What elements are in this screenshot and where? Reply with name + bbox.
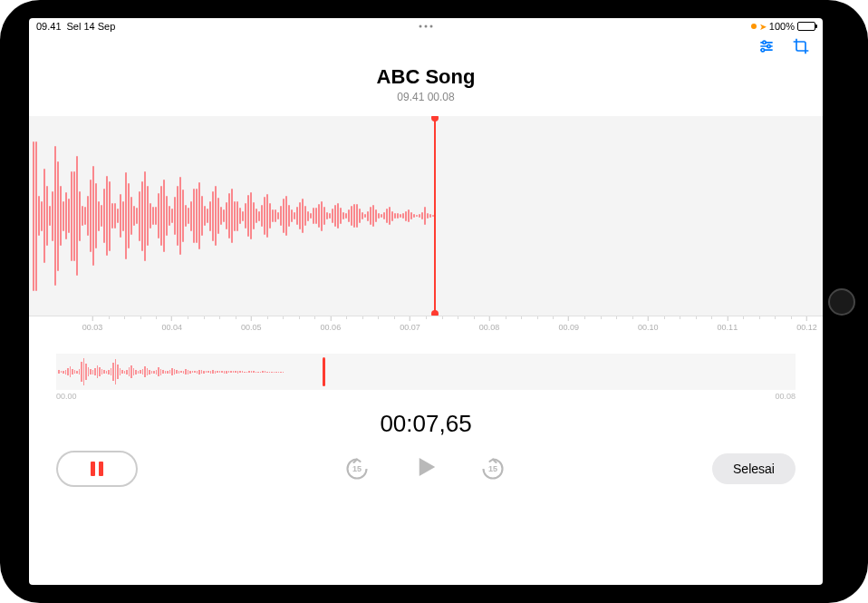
ruler-tick: 00.10 <box>638 316 659 332</box>
ipad-frame: 09.41 Sel 14 Sep ➤ 100% <box>0 0 868 603</box>
pause-button[interactable] <box>56 451 138 487</box>
overview-end-time: 00.08 <box>775 392 796 401</box>
overview-time-labels: 00.00 00.08 <box>56 392 796 401</box>
ruler-tick: 00.06 <box>321 316 342 332</box>
current-timecode: 00:07,65 <box>29 410 823 438</box>
svg-point-5 <box>761 49 764 52</box>
done-button[interactable]: Selesai <box>712 453 796 484</box>
ruler-tick: 00.03 <box>82 316 103 332</box>
svg-point-1 <box>763 41 766 44</box>
waveform-main[interactable] <box>29 116 823 316</box>
pause-icon <box>91 462 103 476</box>
location-icon: ➤ <box>759 22 767 32</box>
ruler-tick: 00.09 <box>558 316 579 332</box>
battery-percent: 100% <box>769 21 795 32</box>
audio-settings-button[interactable] <box>757 37 776 59</box>
play-button[interactable] <box>411 453 439 484</box>
screen: 09.41 Sel 14 Sep ➤ 100% <box>29 18 823 585</box>
waveform-overview[interactable] <box>56 354 796 390</box>
crop-icon <box>792 37 810 59</box>
overview-playhead[interactable] <box>323 357 325 386</box>
recording-title[interactable]: ABC Song <box>29 65 823 89</box>
svg-point-3 <box>767 44 770 47</box>
recording-header: ABC Song 09.41 00.08 <box>29 65 823 103</box>
ruler-tick: 00.05 <box>241 316 262 332</box>
playhead[interactable] <box>434 116 436 316</box>
skip-back-15-button[interactable]: 15 <box>344 456 370 481</box>
trim-button[interactable] <box>792 37 810 59</box>
skip-forward-15-button[interactable]: 15 <box>480 456 506 481</box>
battery-icon <box>797 22 815 31</box>
status-bar: 09.41 Sel 14 Sep ➤ 100% <box>29 18 823 34</box>
settings-sliders-icon <box>757 37 776 59</box>
time-ruler[interactable]: 00.0300.0400.0500.0600.0700.0800.0900.10… <box>29 316 823 337</box>
ruler-tick: 00.07 <box>400 316 420 332</box>
ruler-tick: 00.08 <box>479 316 500 332</box>
toolbar <box>29 34 823 62</box>
playback-controls: 15 15 Selesai <box>29 438 823 505</box>
ruler-tick: 00.12 <box>796 316 817 332</box>
multitask-dots[interactable] <box>420 25 433 28</box>
play-icon <box>411 453 439 481</box>
status-date: Sel 14 Sep <box>67 21 116 32</box>
ruler-tick: 00.11 <box>718 316 738 332</box>
mic-in-use-dot-icon <box>751 24 757 29</box>
status-time: 09.41 <box>36 21 62 32</box>
overview-start-time: 00.00 <box>56 392 77 401</box>
ruler-tick: 00.04 <box>161 316 182 332</box>
recording-subtitle: 09.41 00.08 <box>29 91 823 103</box>
home-button[interactable] <box>828 288 855 316</box>
